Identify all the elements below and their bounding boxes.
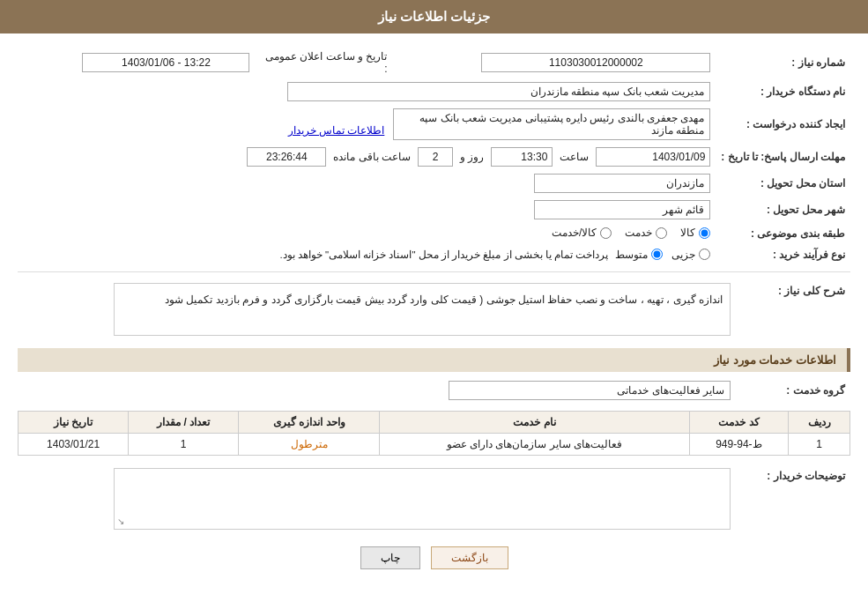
faraiand-jozyi-radio[interactable] [699,249,710,260]
row-radif: 1 [789,433,850,455]
faraiand-row: جزیی متوسط پرداخت تمام یا بخشی از مبلغ خ… [18,245,716,264]
row-name: فعالیت‌های سایر سازمان‌های دارای عضو [380,433,689,455]
darkhast-value-cell: مدیریت شعب بانک سپه منطقه مازندران [18,78,716,105]
service-group-value: سایر فعالیت‌های خدماتی [449,381,731,400]
send-day: 2 [418,147,453,167]
col-quantity: تعداد / مقدار [129,411,239,433]
creator-name: مهدی جعفری بالندی رئیس دایره پشتیبانی مد… [393,108,710,140]
row-date: 1403/01/21 [19,433,129,455]
tasnif-kala-khedmat-radio[interactable] [600,227,612,239]
tasnif-kala: کالا [680,227,710,239]
sharh-label: شرح کلی نیاز : [736,279,850,339]
date-announce-value: 1403/01/06 - 13:22 [82,53,249,72]
send-remaining: 23:26:44 [247,147,326,167]
tasnif-khedmat-radio[interactable] [656,227,667,239]
date-announce-value-cell: 1403/01/06 - 13:22 [18,47,255,78]
tasnif-kala-khedmat: کالا/خدمت [552,227,612,239]
faraiand-motavaset-radio[interactable] [651,249,663,260]
buyer-desc-label: توضیحات خریدار : [736,464,850,533]
city-value: قائم شهر [534,200,710,219]
service-group-label: گروه خدمت : [736,377,850,404]
service-group-table: گروه خدمت : سایر فعالیت‌های خدماتی [18,377,850,404]
faraiand-note: پرداخت تمام یا بخشی از مبلغ خریدار از مح… [279,249,608,261]
tasnif-khedmat: خدمت [625,227,667,239]
col-name: نام خدمت [380,411,689,433]
send-time: 13:30 [491,147,553,167]
tasnif-kala-label: کالا [680,227,695,239]
darkhast-label: نام دستگاه خریدار : [716,78,850,105]
service-items-table: ردیف کد خدمت نام خدمت واحد اندازه گیری ت… [18,411,850,456]
faraiand-label: نوع فرآیند خرید : [716,245,850,264]
send-day-label: روز و [460,151,484,163]
col-kod: کد خدمت [689,411,789,433]
darkhast-value: مدیریت شعب بانک سپه منطقه مازندران [287,82,710,101]
row-kod: ط-94-949 [689,433,789,455]
shomara-value-cell: 1103030012000002 [396,47,716,78]
faraiand-jozyi-label: جزیی [671,249,695,261]
separator-1 [18,271,850,272]
col-unit: واحد اندازه گیری [239,411,380,433]
resize-icon: ↘ [117,516,124,526]
send-date-row: 1403/01/09 ساعت 13:30 روز و 2 ساعت باقی … [18,144,716,170]
send-time-label: ساعت [560,151,589,163]
send-remaining-label: ساعت باقی مانده [333,151,411,163]
tasnif-khedmat-label: خدمت [625,227,652,239]
shomara-value: 1103030012000002 [481,53,710,72]
city-value-cell: قائم شهر [18,197,716,223]
header-title: جزئیات اطلاعات نیاز [378,9,490,24]
province-value: مازندران [534,174,710,193]
button-row: بازگشت چاپ [18,546,850,583]
sharh-table: شرح کلی نیاز : اندازه گیری ، تهیه ، ساخت… [18,279,850,339]
province-value-cell: مازندران [18,170,716,197]
col-radif: ردیف [789,411,850,433]
shomara-label: شماره نیاز : [716,47,850,78]
table-row: 1 ط-94-949 فعالیت‌های سایر سازمان‌های دا… [19,433,850,455]
send-date: 1403/01/09 [596,147,710,167]
col-date: تاریخ نیاز [19,411,129,433]
buyer-desc-table: توضیحات خریدار : ↘ [18,464,850,533]
creator-value-cell: مهدی جعفری بالندی رئیس دایره پشتیبانی مد… [18,105,716,144]
row-quantity: 1 [129,433,239,455]
sharh-value: اندازه گیری ، تهیه ، ساخت و نصب حفاظ است… [114,283,731,336]
send-date-label: مهلت ارسال پاسخ: تا تاریخ : [716,144,850,170]
main-info-table: شماره نیاز : 1103030012000002 تاریخ و سا… [18,47,850,264]
buyer-desc-box[interactable]: ↘ [114,468,731,530]
tasnif-kala-radio[interactable] [699,227,710,239]
faraiand-motavaset-label: متوسط [615,249,648,261]
city-label: شهر محل تحویل : [716,197,850,223]
creator-label: ایجاد کننده درخواست : [716,105,850,144]
buyer-desc-value-cell: ↘ [18,464,736,533]
tasnif-label: طبقه بندی موضوعی : [716,223,850,245]
sharh-value-cell: اندازه گیری ، تهیه ، ساخت و نصب حفاظ است… [18,279,736,339]
province-label: استان محل تحویل : [716,170,850,197]
service-section-title: اطلاعات خدمات مورد نیاز [18,348,850,372]
print-button[interactable]: چاپ [360,546,420,569]
creator-link[interactable]: اطلاعات تماس خریدار [288,124,385,137]
back-button[interactable]: بازگشت [431,546,508,569]
date-announce-label: تاریخ و ساعت اعلان عمومی : [255,47,396,78]
row-unit: مترطول [239,433,380,455]
faraiand-jozyi: جزیی [671,249,710,261]
tasnif-options: کالا خدمت کالا/خدمت [18,223,716,245]
service-group-value-cell: سایر فعالیت‌های خدماتی [18,377,736,404]
page-header: جزئیات اطلاعات نیاز [0,0,868,33]
tasnif-kala-khedmat-label: کالا/خدمت [552,227,597,239]
faraiand-motavaset: متوسط [615,249,663,261]
